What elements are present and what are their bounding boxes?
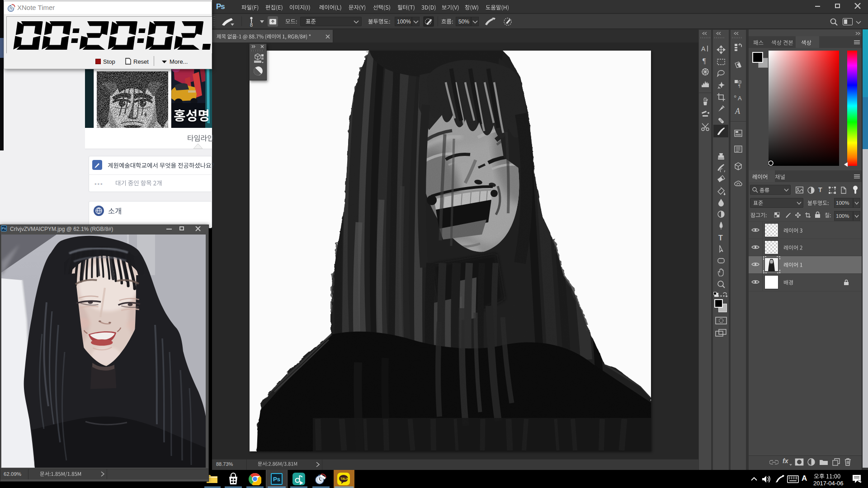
svg-text:T: T <box>718 234 723 242</box>
svg-text:8: 8 <box>250 22 253 28</box>
svg-text:º: º <box>734 94 736 101</box>
svg-text:¶: ¶ <box>703 57 706 65</box>
svg-text:TALK: TALK <box>340 477 349 480</box>
svg-text:A: A <box>735 107 741 115</box>
svg-text:A: A <box>738 95 742 102</box>
svg-text:¶: ¶ <box>738 84 741 88</box>
svg-text:A: A <box>701 45 706 52</box>
